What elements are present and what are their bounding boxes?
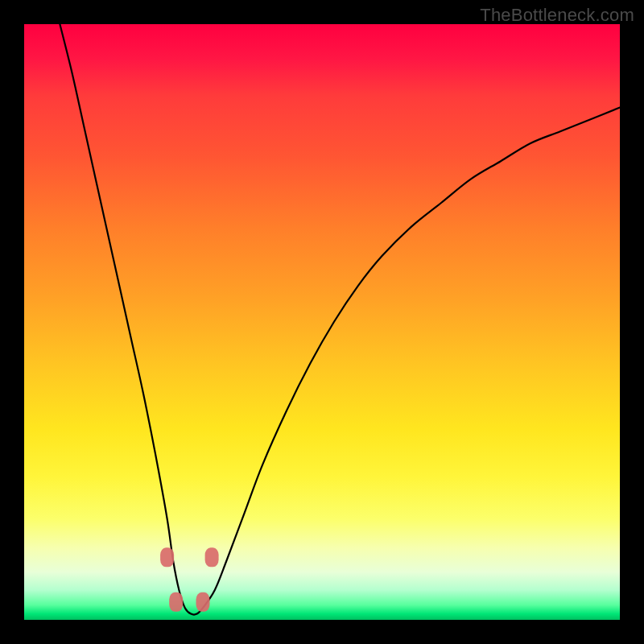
bottleneck-curve-svg <box>24 24 620 620</box>
curve-marker <box>160 547 174 567</box>
curve-marker <box>196 592 210 612</box>
curve-markers <box>160 547 219 612</box>
bottleneck-curve-path <box>60 24 620 615</box>
chart-plot-area <box>24 24 620 620</box>
curve-marker <box>169 592 183 612</box>
curve-marker <box>205 547 219 567</box>
watermark-text: TheBottleneck.com <box>480 5 634 26</box>
